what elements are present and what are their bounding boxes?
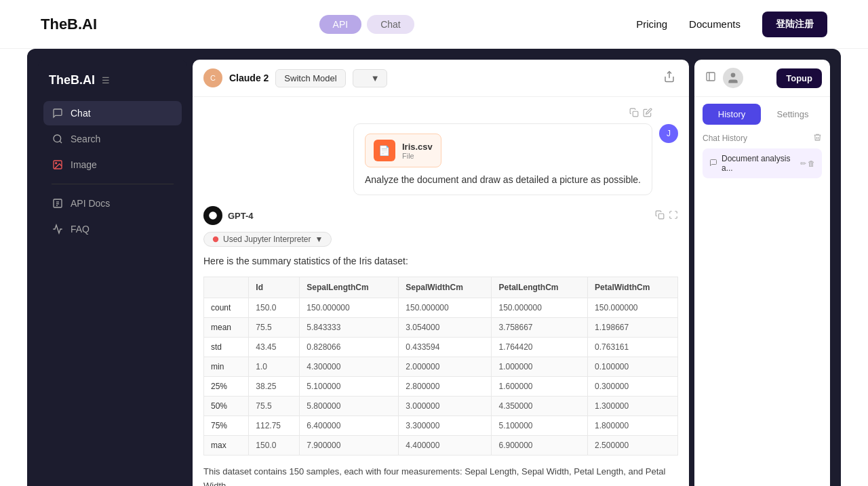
table-cell: 0.828066 [300, 338, 399, 357]
model-name: Claude 2 [229, 73, 269, 83]
clear-history-button[interactable] [813, 133, 822, 143]
tab-history[interactable]: History [703, 104, 761, 125]
edit-message-button[interactable] [643, 108, 652, 119]
table-cell: 150.0 [249, 298, 300, 318]
table-cell: 1.300000 [588, 397, 678, 416]
sidebar-item-chat[interactable]: Chat [43, 101, 182, 125]
table-cell: 38.25 [249, 377, 300, 397]
faq-icon [52, 223, 64, 235]
history-item-icon [709, 159, 717, 169]
svg-rect-9 [633, 111, 638, 117]
sidebar-item-faq[interactable]: FAQ [43, 217, 182, 241]
model-avatar: C [203, 68, 222, 87]
table-cell: 1.764420 [492, 338, 588, 357]
table-cell: 1.600000 [492, 377, 588, 397]
navbar-documents-link[interactable]: Documents [689, 18, 741, 30]
ai-message-header: GPT-4 [203, 206, 678, 225]
right-panel-header: Topup [694, 60, 830, 97]
table-cell: 7.900000 [300, 436, 399, 455]
file-name: Iris.csv [402, 142, 433, 152]
svg-rect-54 [707, 73, 715, 81]
table-cell: 75.5 [249, 318, 300, 338]
user-message-bubble: 📄 Iris.csv File Analyze the document and… [353, 123, 652, 195]
delete-history-button[interactable]: 🗑 [808, 159, 815, 168]
navbar-center: API Chat [319, 15, 414, 34]
sidebar-item-api-docs[interactable]: API Docs [43, 191, 182, 216]
sidebar-logo: TheB.AI ☰ [38, 68, 187, 101]
user-message: 📄 Iris.csv File Analyze the document and… [203, 108, 678, 195]
expand-ai-button[interactable] [669, 210, 678, 222]
table-row: 75%112.756.4000003.3000005.1000001.80000… [204, 416, 678, 436]
navbar-register-button[interactable]: 登陆注册 [762, 12, 827, 37]
copy-message-button[interactable] [629, 108, 639, 119]
table-header-row: IdSepalLengthCmSepalWidthCmPetalLengthCm… [204, 277, 678, 298]
table-cell: count [204, 298, 249, 318]
topup-button[interactable]: Topup [776, 68, 822, 88]
table-cell: 43.45 [249, 338, 300, 357]
svg-point-12 [213, 237, 218, 242]
panel-sidebar-button[interactable] [703, 68, 719, 87]
svg-line-1 [60, 141, 62, 143]
navbar-tab-chat[interactable]: Chat [367, 15, 414, 34]
sidebar-item-faq-label: FAQ [71, 224, 90, 235]
table-cell: 50% [204, 397, 249, 416]
svg-point-0 [54, 135, 61, 142]
api-docs-icon [52, 197, 64, 209]
ai-avatar [203, 206, 222, 225]
table-cell: 5.100000 [492, 416, 588, 436]
edit-history-button[interactable]: ✏ [800, 159, 806, 168]
history-item[interactable]: Document analysis a... ✏ 🗑 [703, 148, 822, 178]
filter-button[interactable]: ▼ [353, 69, 387, 87]
file-type: File [402, 152, 433, 160]
sidebar-item-image[interactable]: Image [43, 153, 182, 177]
sidebar-item-search[interactable]: Search [43, 127, 182, 151]
table-cell: 3.758667 [492, 318, 588, 338]
table-cell: 150.000000 [492, 298, 588, 318]
navbar-tab-api[interactable]: API [319, 15, 362, 34]
table-cell: 2.000000 [399, 357, 492, 377]
table-cell: 0.763161 [588, 338, 678, 357]
navbar-pricing-link[interactable]: Pricing [636, 18, 667, 30]
history-item-text: Document analysis a... [722, 154, 796, 173]
table-cell: 3.054000 [399, 318, 492, 338]
table-cell: 6.900000 [492, 436, 588, 455]
navbar-right: Pricing Documents 登陆注册 [636, 12, 827, 37]
table-row: mean75.55.8433333.0540003.7586671.198667 [204, 318, 678, 338]
table-cell: 3.300000 [399, 416, 492, 436]
copy-ai-button[interactable] [655, 210, 665, 222]
stats-table: IdSepalLengthCmSepalWidthCmPetalLengthCm… [203, 277, 678, 455]
svg-point-3 [56, 163, 57, 164]
table-cell: 2.800000 [399, 377, 492, 397]
table-cell: 5.843333 [300, 318, 399, 338]
switch-model-button[interactable]: Switch Model [275, 69, 345, 87]
navbar-logo: TheB.AI [41, 16, 97, 33]
history-item-actions: ✏ 🗑 [800, 159, 815, 168]
sidebar-item-chat-label: Chat [71, 108, 91, 119]
table-cell: 150.0 [249, 436, 300, 455]
panel-user-avatar [723, 68, 743, 88]
table-row: count150.0150.000000150.000000150.000000… [204, 298, 678, 318]
chat-content[interactable]: 📄 Iris.csv File Analyze the document and… [193, 97, 689, 486]
ai-message: GPT-4 Used Jupyter Interpreter ▼ [203, 206, 678, 486]
search-icon [52, 133, 64, 145]
table-cell: 2.500000 [588, 436, 678, 455]
table-cell: 150.000000 [300, 298, 399, 318]
table-cell: 1.0 [249, 357, 300, 377]
table-cell: 0.300000 [588, 377, 678, 397]
panel-section: Chat History Document analysis a... ✏ 🗑 [694, 125, 830, 186]
sidebar-item-api-docs-label: API Docs [71, 198, 110, 209]
table-row: 25%38.255.1000002.8000001.6000000.300000 [204, 377, 678, 397]
share-button[interactable] [660, 68, 678, 88]
table-row: std43.450.8280660.4335941.7644200.763161 [204, 338, 678, 357]
table-cell: 75% [204, 416, 249, 436]
app-container: TheB.AI ☰ Chat Search Image [27, 49, 841, 486]
table-cell: mean [204, 318, 249, 338]
table-cell: 5.100000 [300, 377, 399, 397]
sidebar-toggle-button[interactable]: ☰ [100, 74, 111, 87]
panel-tabs: History Settings [694, 97, 830, 125]
sidebar-divider [52, 184, 174, 184]
table-cell: 75.5 [249, 397, 300, 416]
table-cell: 4.300000 [300, 357, 399, 377]
panel-section-label: Chat History [703, 133, 822, 143]
tab-settings[interactable]: Settings [764, 104, 822, 125]
